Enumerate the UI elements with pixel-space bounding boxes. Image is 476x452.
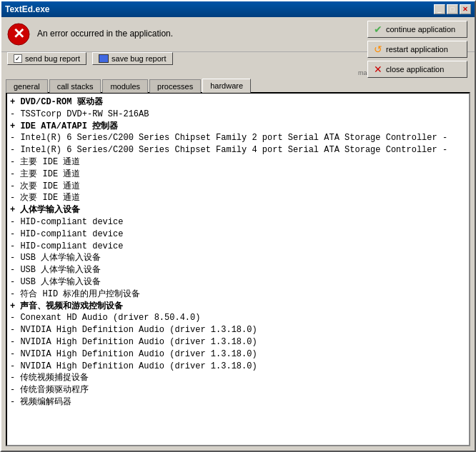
error-panel: ✕ An error occurred in the application. … xyxy=(1,17,475,52)
hardware-item: - 传统视频捕捉设备 xyxy=(10,372,466,384)
hardware-section: + 人体学输入设备 xyxy=(10,204,466,216)
hardware-item: - 符合 HID 标准的用户控制设备 xyxy=(10,288,466,301)
hardware-item: - NVIDIA High Definition Audio (driver 1… xyxy=(10,348,466,361)
restart-icon: ↺ xyxy=(374,44,382,55)
save-bug-report-button[interactable]: save bug report xyxy=(92,52,172,65)
hardware-item: - Intel(R) 6 Series/C200 Series Chipset … xyxy=(10,144,466,156)
hardware-item: - Conexant HD Audio (driver 8.50.4.0) xyxy=(10,312,466,324)
close-app-button[interactable]: ✕ close application xyxy=(367,61,467,78)
hardware-item: - USB 人体学输入设备 xyxy=(10,252,466,264)
hardware-item: - 次要 IDE 通道 xyxy=(10,181,466,193)
hardware-item: - 传统音频驱动程序 xyxy=(10,384,466,396)
tab-modules[interactable]: modules xyxy=(102,79,148,93)
send-label: send bug report xyxy=(25,54,80,63)
send-checkbox[interactable]: ✓ xyxy=(14,54,22,63)
save-label: save bug report xyxy=(111,54,166,63)
hardware-item: - NVIDIA High Definition Audio (driver 1… xyxy=(10,361,466,373)
hardware-section: + DVD/CD-ROM 驱动器 xyxy=(10,96,466,109)
send-bug-report-button[interactable]: ✓ send bug report xyxy=(7,52,86,65)
hardware-section: + IDE ATA/ATAPI 控制器 xyxy=(10,121,466,133)
hardware-item: - NVIDIA High Definition Audio (driver 1… xyxy=(10,324,466,336)
hardware-item: - NVIDIA High Definition Audio (driver 1… xyxy=(10,336,466,348)
svg-text:✕: ✕ xyxy=(13,26,25,41)
restart-button[interactable]: ↺ restart application xyxy=(367,41,467,58)
hardware-item: - HID-compliant device xyxy=(10,241,466,253)
main-window: TextEd.exe _ □ ✕ ✕ An error occurred in … xyxy=(0,0,476,452)
continue-button[interactable]: ✔ continue application xyxy=(367,21,467,38)
hardware-item: - TSSTcorp DVD+-RW SH-216AB xyxy=(10,109,466,121)
hardware-item: - HID-compliant device xyxy=(10,216,466,228)
tab-bar: general call stacks modules processes ha… xyxy=(1,78,475,92)
tab-call-stacks[interactable]: call stacks xyxy=(49,79,101,93)
hardware-item: - Intel(R) 6 Series/C200 Series Chipset … xyxy=(10,132,466,144)
continue-label: continue application xyxy=(386,25,455,34)
tab-hardware[interactable]: hardware xyxy=(202,79,251,93)
error-icon: ✕ xyxy=(7,23,30,46)
hardware-item: - USB 人体学输入设备 xyxy=(10,264,466,276)
hardware-section: + 声音、视频和游戏控制设备 xyxy=(10,301,466,313)
close-app-icon: ✕ xyxy=(374,64,382,75)
hardware-item: - USB 人体学输入设备 xyxy=(10,276,466,288)
title-bar-buttons: _ □ ✕ xyxy=(434,4,471,14)
content-area: + DVD/CD-ROM 驱动器 - TSSTcorp DVD+-RW SH-2… xyxy=(6,92,470,446)
hardware-item: - 主要 IDE 通道 xyxy=(10,156,466,169)
hardware-item: - 视频编解码器 xyxy=(10,396,466,408)
close-app-label: close application xyxy=(386,65,444,74)
action-buttons: ✔ continue application ↺ restart applica… xyxy=(367,21,467,78)
restart-label: restart application xyxy=(386,45,448,54)
disk-icon xyxy=(99,54,109,63)
hardware-item: - 主要 IDE 通道 xyxy=(10,169,466,181)
title-bar: TextEd.exe _ □ ✕ xyxy=(1,1,475,17)
close-button[interactable]: ✕ xyxy=(460,4,471,14)
hardware-item: - 次要 IDE 通道 xyxy=(10,192,466,204)
tab-general[interactable]: general xyxy=(6,79,48,93)
tab-processes[interactable]: processes xyxy=(149,79,201,93)
check-icon: ✔ xyxy=(374,24,382,35)
minimize-button[interactable]: _ xyxy=(434,4,445,14)
maximize-button[interactable]: □ xyxy=(447,4,458,14)
window-title: TextEd.exe xyxy=(5,4,49,14)
error-message: An error occurred in the application. xyxy=(37,23,173,39)
hardware-item: - HID-compliant device xyxy=(10,228,466,241)
hardware-list[interactable]: + DVD/CD-ROM 驱动器 - TSSTcorp DVD+-RW SH-2… xyxy=(7,94,469,445)
